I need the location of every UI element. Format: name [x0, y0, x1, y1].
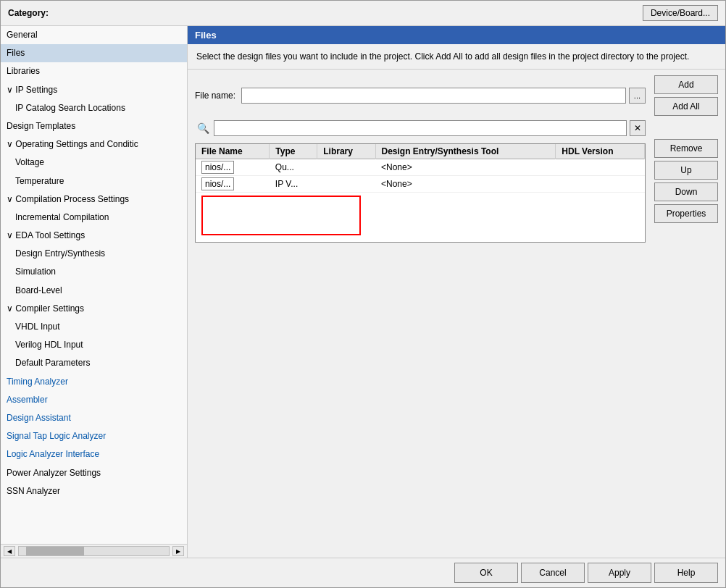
cell-design-entry: <None> [375, 159, 556, 176]
left-panel: GeneralFilesLibraries∨ IP SettingsIP Cat… [1, 26, 188, 558]
col-file-name: File Name [196, 144, 270, 159]
settings-dialog: Category: Device/Board... GeneralFilesLi… [0, 0, 726, 588]
scroll-right-arrow[interactable]: ▶ [172, 546, 184, 556]
cell-type: Qu... [270, 159, 317, 176]
sidebar-item-ip-settings[interactable]: ∨ IP Settings [1, 81, 187, 99]
browse-button[interactable]: ... [629, 88, 646, 104]
file-name-row: File name: ... Add Add All [195, 75, 718, 116]
sidebar-item-operating-settings[interactable]: ∨ Operating Settings and Conditic [1, 135, 187, 154]
action-buttons: Add Add All [654, 75, 718, 116]
panel-description: Select the design files you want to incl… [188, 44, 725, 70]
sidebar-item-compilation-process[interactable]: ∨ Compilation Process Settings [1, 190, 187, 209]
sidebar-item-default-params[interactable]: Default Parameters [1, 354, 187, 372]
main-content: GeneralFilesLibraries∨ IP SettingsIP Cat… [1, 26, 725, 558]
device-board-button[interactable]: Device/Board... [643, 5, 718, 21]
table-row[interactable]: nios/...IP V...<None> [196, 176, 645, 193]
ok-button[interactable]: OK [454, 563, 518, 583]
cell-library [317, 176, 375, 193]
table-header-row: File Name Type Library Design Entry/Synt… [196, 144, 645, 159]
scroll-thumb [26, 547, 84, 555]
sidebar-item-timing-analyzer[interactable]: Timing Analyzer [1, 373, 187, 391]
sidebar-item-libraries[interactable]: Libraries [1, 62, 187, 80]
sidebar-item-voltage[interactable]: Voltage [1, 154, 187, 172]
scroll-track[interactable] [18, 546, 170, 556]
sidebar-item-compiler-settings[interactable]: ∨ Compiler Settings [1, 300, 187, 318]
table-row[interactable]: nios/...Qu...<None> [196, 159, 645, 176]
panel-title: Files [188, 26, 725, 44]
search-row: 🔍 ✕ [195, 120, 646, 136]
sidebar-item-incremental-compilation[interactable]: Incremental Compilation [1, 209, 187, 227]
sidebar-item-design-templates[interactable]: Design Templates [1, 117, 187, 135]
right-panel: Files Select the design files you want t… [188, 26, 725, 558]
cell-file-name: nios/... [196, 176, 270, 193]
sidebar-item-files[interactable]: Files [1, 44, 187, 62]
down-button[interactable]: Down [654, 182, 718, 201]
sidebar-item-signal-tap[interactable]: Signal Tap Logic Analyzer [1, 427, 187, 445]
sidebar-item-design-entry[interactable]: Design Entry/Synthesis [1, 245, 187, 263]
file-name-label: File name: [195, 91, 235, 101]
top-bar: Category: Device/Board... [1, 1, 725, 26]
col-hdl-version: HDL Version [556, 144, 645, 159]
horizontal-scrollbar: ◀ ▶ [1, 544, 187, 558]
cell-hdl-version [556, 159, 645, 176]
category-tree: GeneralFilesLibraries∨ IP SettingsIP Cat… [1, 26, 187, 500]
sidebar-item-temperature[interactable]: Temperature [1, 172, 187, 190]
file-name-input[interactable] [241, 88, 626, 104]
up-button[interactable]: Up [654, 161, 718, 180]
clear-search-button[interactable]: ✕ [630, 120, 646, 136]
sidebar-item-ip-catalog-search[interactable]: IP Catalog Search Locations [1, 99, 187, 117]
cell-design-entry: <None> [375, 176, 556, 193]
files-table-body: nios/...Qu...<None>nios/...IP V...<None> [196, 159, 645, 193]
search-icon: 🔍 [195, 120, 211, 136]
files-table: File Name Type Library Design Entry/Synt… [196, 144, 645, 193]
apply-button[interactable]: Apply [588, 563, 651, 583]
col-type: Type [270, 144, 317, 159]
bottom-bar: OK Cancel Apply Help [1, 558, 725, 587]
sidebar-item-vhdl-input[interactable]: VHDL Input [1, 318, 187, 336]
cell-hdl-version [556, 176, 645, 193]
sidebar-item-simulation[interactable]: Simulation [1, 263, 187, 281]
search-input[interactable] [214, 120, 627, 136]
add-button[interactable]: Add [654, 75, 718, 94]
sidebar-item-logic-analyzer[interactable]: Logic Analyzer Interface [1, 445, 187, 463]
properties-button[interactable]: Properties [654, 204, 718, 223]
sidebar-item-eda-tool-settings[interactable]: ∨ EDA Tool Settings [1, 227, 187, 245]
add-all-button[interactable]: Add All [654, 97, 718, 116]
panel-body: File name: ... Add Add All 🔍 ✕ [188, 70, 725, 558]
sidebar-item-general[interactable]: General [1, 26, 187, 44]
sidebar-item-power-analyzer[interactable]: Power Analyzer Settings [1, 464, 187, 482]
highlight-box [201, 196, 361, 235]
side-action-buttons: Remove Up Down Properties [654, 139, 718, 243]
cell-file-name: nios/... [196, 159, 270, 176]
sidebar-item-design-assistant[interactable]: Design Assistant [1, 409, 187, 427]
cancel-button[interactable]: Cancel [521, 563, 585, 583]
sidebar-item-board-level[interactable]: Board-Level [1, 282, 187, 300]
col-design-entry: Design Entry/Synthesis Tool [375, 144, 556, 159]
category-label: Category: [8, 8, 49, 18]
files-table-container: File Name Type Library Design Entry/Synt… [195, 143, 646, 243]
col-library: Library [317, 144, 375, 159]
sidebar-item-assembler[interactable]: Assembler [1, 391, 187, 409]
cell-type: IP V... [270, 176, 317, 193]
scroll-left-arrow[interactable]: ◀ [4, 546, 15, 556]
cell-library [317, 159, 375, 176]
sidebar-item-verilog-input[interactable]: Verilog HDL Input [1, 336, 187, 354]
middle-area: File Name Type Library Design Entry/Synt… [195, 143, 646, 243]
remove-button[interactable]: Remove [654, 139, 718, 158]
sidebar-item-ssn-analyzer[interactable]: SSN Analyzer [1, 482, 187, 500]
help-button[interactable]: Help [654, 563, 718, 583]
